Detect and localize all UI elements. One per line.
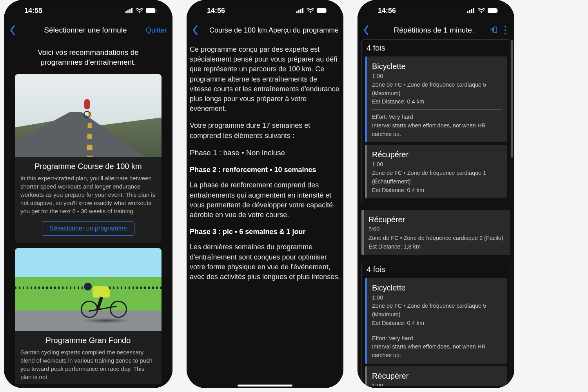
back-icon[interactable] bbox=[192, 25, 198, 36]
nav-title: Répétitions de 1 minute. bbox=[379, 26, 489, 34]
plan-card-desc: In this expert-crafted plan, you'll alte… bbox=[20, 174, 156, 215]
status-right bbox=[467, 8, 499, 13]
svg-rect-0 bbox=[125, 11, 127, 13]
status-bar: 14:55 bbox=[4, 0, 172, 21]
svg-rect-3 bbox=[131, 8, 132, 13]
step-effort: Effort: Very hard bbox=[372, 113, 502, 122]
step-zone: Zone de FC • Zone de fréquence cardiaque… bbox=[368, 234, 506, 243]
plan-image bbox=[15, 74, 162, 157]
overview-p1: Ce programme conçu par des experts est s… bbox=[190, 45, 340, 114]
screen-select-plan: 14:55 Sélectionner une formule Quitter V… bbox=[4, 0, 172, 388]
step-distance: Est Distance: 1,8 km bbox=[368, 243, 506, 251]
step-duration: 5:00 bbox=[368, 225, 506, 234]
plan-card-desc: Garmin cycling experts compiled the nece… bbox=[20, 348, 156, 381]
wifi-icon bbox=[307, 8, 314, 13]
step-zone: Zone de FC • Zone de fréquence cardiaque… bbox=[372, 169, 502, 186]
step-effort: Effort: Very hard bbox=[372, 334, 502, 343]
status-right bbox=[125, 8, 157, 13]
status-bar: 14:56 bbox=[358, 0, 514, 21]
phase-2-heading: Phase 2 : renforcement • 10 semaines bbox=[190, 165, 340, 175]
screen-workout-detail: 14:56 Répétitions de 1 minute. bbox=[358, 0, 514, 388]
send-to-device-icon[interactable] bbox=[489, 26, 498, 34]
plan-card-100km[interactable]: Programme Course de 100 km In this exper… bbox=[15, 74, 162, 243]
step-zone: Zone de FC • Zone de fréquence cardiaque… bbox=[372, 302, 502, 319]
step-recuperer-long[interactable]: Récupérer 5:00 Zone de FC • Zone de fréq… bbox=[361, 210, 510, 255]
back-icon[interactable] bbox=[363, 25, 369, 36]
step-recuperer[interactable]: Récupérer 1:00 Zone de FC • Zone de fréq… bbox=[365, 366, 507, 386]
workout-steps[interactable]: 4 fois Bicyclette 1:00 Zone de FC • Zone… bbox=[360, 39, 512, 386]
svg-rect-1 bbox=[127, 10, 129, 13]
overview-text: Ce programme conçu par des experts est s… bbox=[187, 39, 343, 384]
step-name: Récupérer bbox=[372, 370, 502, 382]
repeat-count-label: 4 fois bbox=[362, 261, 510, 278]
back-icon[interactable] bbox=[9, 25, 16, 36]
svg-rect-9 bbox=[302, 8, 303, 13]
repeat-count-label: 4 fois bbox=[362, 40, 510, 56]
screen-program-overview: 14:56 Course de 100 km Aperçu du program… bbox=[187, 0, 343, 388]
svg-rect-15 bbox=[473, 8, 474, 13]
phase-3-heading: Phase 3 : pic • 6 semaines & 1 jour bbox=[190, 227, 340, 237]
overview-p3: La phase de renforcement comprend des en… bbox=[190, 180, 340, 220]
svg-rect-12 bbox=[467, 11, 468, 13]
svg-rect-14 bbox=[471, 9, 472, 13]
battery-icon bbox=[146, 8, 157, 13]
status-right bbox=[296, 8, 328, 13]
svg-rect-16 bbox=[488, 8, 497, 13]
wifi-icon bbox=[136, 8, 143, 13]
step-note: Interval starts when effort does, not wh… bbox=[372, 122, 502, 139]
wifi-icon bbox=[477, 8, 485, 13]
more-icon[interactable] bbox=[502, 26, 509, 34]
svg-rect-10 bbox=[317, 8, 326, 13]
step-name: Bicyclette bbox=[372, 282, 502, 294]
step-recuperer[interactable]: Récupérer 1:00 Zone de FC • Zone de fréq… bbox=[365, 145, 507, 198]
plan-image bbox=[15, 248, 162, 331]
svg-rect-17 bbox=[497, 9, 498, 12]
content: Voici vos recommandations de programmes … bbox=[4, 39, 172, 384]
status-time: 14:55 bbox=[24, 7, 42, 15]
cellular-icon bbox=[296, 8, 304, 13]
step-zone: Zone de FC • Zone de fréquence cardiaque… bbox=[372, 81, 502, 98]
recommendation-heading: Voici vos recommandations de programmes … bbox=[10, 43, 166, 74]
home-indicator[interactable] bbox=[238, 385, 292, 387]
step-duration: 1:00 bbox=[372, 382, 502, 386]
plan-card-granfondo[interactable]: Programme Gran Fondo Garmin cycling expe… bbox=[15, 248, 162, 384]
svg-rect-2 bbox=[129, 9, 131, 13]
svg-rect-6 bbox=[296, 11, 298, 13]
step-note: Interval starts when effort does, not wh… bbox=[372, 343, 502, 360]
battery-icon bbox=[317, 8, 328, 13]
battery-icon bbox=[488, 8, 499, 13]
nav-bar: Sélectionner une formule Quitter bbox=[4, 21, 172, 39]
phase-1-line: Phase 1 : base • Non incluse bbox=[190, 148, 340, 158]
overview-p4: Les dernières semaines du programme d'en… bbox=[190, 242, 340, 282]
svg-rect-8 bbox=[300, 9, 301, 13]
svg-rect-11 bbox=[327, 9, 327, 12]
step-name: Récupérer bbox=[372, 149, 502, 160]
step-bicyclette[interactable]: Bicyclette 1:00 Zone de FC • Zone de fré… bbox=[365, 278, 507, 364]
step-distance: Est Distance: 0,4 km bbox=[372, 98, 502, 106]
step-duration: 1:00 bbox=[372, 294, 502, 302]
repeat-group: 4 fois Bicyclette 1:00 Zone de FC • Zone… bbox=[361, 261, 510, 386]
nav-bar: Répétitions de 1 minute. bbox=[358, 21, 514, 39]
scrollbar[interactable] bbox=[511, 40, 513, 158]
svg-rect-5 bbox=[156, 9, 156, 12]
step-distance: Est Distance: 0,4 km bbox=[372, 186, 502, 195]
nav-bar: Course de 100 km Aperçu du programme bbox=[187, 21, 343, 39]
select-plan-button[interactable]: Sélectionner un programme bbox=[42, 221, 134, 236]
cellular-icon bbox=[125, 8, 133, 13]
nav-title: Course de 100 km Aperçu du programme bbox=[208, 26, 338, 34]
svg-rect-4 bbox=[146, 8, 155, 13]
nav-title: Sélectionner une formule bbox=[25, 26, 146, 34]
status-time: 14:56 bbox=[378, 7, 396, 15]
svg-rect-18 bbox=[494, 27, 497, 33]
plan-card-title: Programme Course de 100 km bbox=[20, 162, 156, 171]
status-bar: 14:56 bbox=[187, 0, 343, 21]
step-name: Bicyclette bbox=[372, 60, 502, 72]
step-distance: Est Distance: 0,4 km bbox=[372, 319, 502, 328]
quit-button[interactable]: Quitter bbox=[146, 26, 167, 34]
status-time: 14:56 bbox=[207, 7, 225, 15]
svg-rect-7 bbox=[298, 10, 299, 13]
step-duration: 1:00 bbox=[372, 160, 502, 169]
overview-p2: Votre programme dure 17 semaines et comp… bbox=[190, 121, 340, 140]
plan-card-title: Programme Gran Fondo bbox=[20, 336, 156, 345]
step-bicyclette[interactable]: Bicyclette 1:00 Zone de FC • Zone de fré… bbox=[365, 56, 507, 142]
